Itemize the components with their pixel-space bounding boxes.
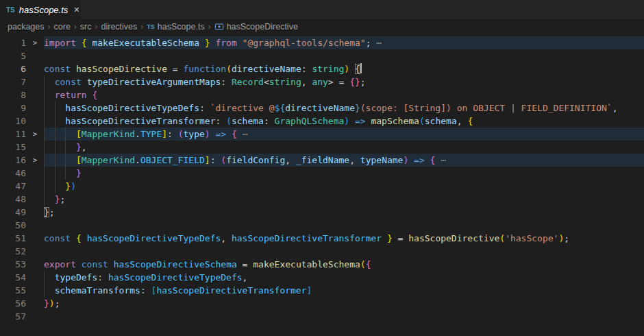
code-line[interactable]: 54 typeDefs: hasScopeDirectiveTypeDefs, xyxy=(0,271,644,284)
breadcrumb-item-hasscope-ts[interactable]: TShasScope.ts xyxy=(147,22,204,32)
breadcrumb-separator: › xyxy=(95,22,98,32)
code-token: => xyxy=(210,129,232,139)
line-number: 52 xyxy=(0,245,26,258)
code-token: hasScopeDirectiveTypeDefs xyxy=(108,272,243,283)
code-token: Record xyxy=(232,77,264,87)
code-editor[interactable]: 1>import { makeExecutableSchema } from "… xyxy=(0,34,644,336)
breadcrumb-label: directives xyxy=(101,22,138,32)
code-line[interactable]: 50 xyxy=(0,219,644,232)
code-line[interactable]: 49}; xyxy=(0,206,644,219)
code-token: : xyxy=(97,272,108,283)
code-token xyxy=(44,285,55,296)
code-token: = xyxy=(167,64,183,74)
code-text[interactable]: }; xyxy=(44,206,644,219)
code-token: const xyxy=(44,64,76,74)
code-text[interactable] xyxy=(44,219,644,232)
code-line[interactable]: 11> [MapperKind.TYPE]: (type) => { ⋯ xyxy=(0,128,644,141)
close-tab-icon[interactable]: ✕ xyxy=(72,5,81,15)
code-text[interactable] xyxy=(44,245,644,258)
code-token: schema xyxy=(425,116,457,126)
breadcrumb-item-directives[interactable]: directives xyxy=(101,22,138,32)
code-text[interactable] xyxy=(44,49,644,62)
code-token: ] xyxy=(205,155,210,165)
fold-gutter xyxy=(26,88,44,101)
code-token: ⋯ xyxy=(435,155,446,165)
code-text[interactable]: } xyxy=(44,167,644,180)
code-text[interactable]: const typeDirectiveArgumentMaps: Record<… xyxy=(44,75,644,88)
code-text[interactable]: [MapperKind.TYPE]: (type) => { ⋯ xyxy=(44,128,644,141)
line-number: 11 xyxy=(0,128,26,141)
fold-gutter xyxy=(26,101,44,115)
code-token: ⋯ xyxy=(237,129,248,139)
code-token: [ xyxy=(76,155,82,165)
text-cursor xyxy=(360,63,362,73)
code-token xyxy=(82,233,87,243)
code-line[interactable]: 48 }; xyxy=(0,193,644,206)
breadcrumb-item-core[interactable]: core xyxy=(54,22,71,32)
breadcrumb-item-src[interactable]: src xyxy=(80,22,92,32)
code-text[interactable]: const { hasScopeDirectiveTypeDefs, hasSc… xyxy=(44,232,644,245)
breadcrumb-label: core xyxy=(54,22,71,32)
tab-hasscope[interactable]: TS hasScope.ts ✕ xyxy=(0,0,81,19)
code-line[interactable]: 8 return { xyxy=(0,88,644,101)
code-line[interactable]: 55 schemaTransforms: [hasScopeDirectiveT… xyxy=(0,284,644,297)
fold-gutter xyxy=(26,284,44,297)
code-text[interactable] xyxy=(44,310,644,323)
code-token: { xyxy=(355,64,360,74)
line-number: 7 xyxy=(0,75,26,88)
code-line[interactable]: 57 xyxy=(0,310,644,323)
code-line[interactable]: 16> [MapperKind.OBJECT_FIELD]: (fieldCon… xyxy=(0,154,644,167)
code-token: ${ xyxy=(275,103,286,113)
code-text[interactable]: const hasScopeDirective = function(direc… xyxy=(44,62,644,75)
line-number: 50 xyxy=(0,219,26,232)
code-token: { xyxy=(232,129,237,139)
typescript-file-icon: TS xyxy=(6,6,15,14)
code-text[interactable]: hasScopeDirectiveTypeDefs: `directive @$… xyxy=(44,101,644,115)
code-line[interactable]: 47 }) xyxy=(0,180,644,193)
code-line[interactable]: 10 hasScopeDirectiveTransformer: (schema… xyxy=(0,115,644,128)
code-text[interactable]: }; xyxy=(44,193,644,206)
code-token: ; xyxy=(55,298,60,309)
code-token: , xyxy=(457,116,468,126)
tab-bar-empty-space xyxy=(81,0,644,19)
code-text[interactable]: [MapperKind.OBJECT_FIELD]: (fieldConfig,… xyxy=(44,154,644,167)
code-line[interactable]: 56}); xyxy=(0,297,644,310)
code-token: string xyxy=(312,64,344,74)
code-line[interactable]: 5 xyxy=(0,49,644,62)
fold-chevron-icon[interactable]: > xyxy=(26,154,44,167)
code-line[interactable]: 52 xyxy=(0,245,644,258)
code-token: OBJECT_FIELD xyxy=(140,155,205,165)
code-text[interactable]: }, xyxy=(44,141,644,154)
code-text[interactable]: export const hasScopeDirectiveSchema = m… xyxy=(44,258,644,271)
code-line[interactable]: 46 } xyxy=(0,167,644,180)
fold-chevron-icon[interactable]: > xyxy=(26,36,44,49)
code-line[interactable]: 15 }, xyxy=(0,141,644,154)
code-text[interactable]: return { xyxy=(44,88,644,101)
code-token: < xyxy=(264,77,269,87)
code-line[interactable]: 9 hasScopeDirectiveTypeDefs: `directive … xyxy=(0,101,644,115)
code-text[interactable]: }) xyxy=(44,180,644,193)
code-line[interactable]: 51const { hasScopeDirectiveTypeDefs, has… xyxy=(0,232,644,245)
code-line[interactable]: 6const hasScopeDirective = function(dire… xyxy=(0,62,644,75)
code-text[interactable]: schemaTransforms: [hasScopeDirectiveTran… xyxy=(44,284,644,297)
code-token: const xyxy=(82,259,114,269)
code-token: ) xyxy=(344,64,349,74)
fold-gutter xyxy=(26,62,44,75)
code-text[interactable]: hasScopeDirectiveTransformer: (schema: G… xyxy=(44,115,644,128)
code-line[interactable]: 7 const typeDirectiveArgumentMaps: Recor… xyxy=(0,75,644,88)
code-line[interactable]: 53export const hasScopeDirectiveSchema =… xyxy=(0,258,644,271)
code-text[interactable]: import { makeExecutableSchema } from "@g… xyxy=(44,36,644,49)
breadcrumb-item-hasscopedirective[interactable]: hasScopeDirective xyxy=(214,22,298,32)
breadcrumb-item-packages[interactable]: packages xyxy=(8,22,45,32)
code-token: , xyxy=(285,155,296,165)
fold-chevron-icon[interactable]: > xyxy=(26,128,44,141)
fold-gutter xyxy=(26,219,44,232)
code-token xyxy=(44,90,55,100)
code-token: directiveName xyxy=(285,103,355,113)
code-token xyxy=(44,155,76,165)
code-token: => xyxy=(349,116,371,126)
code-token: } xyxy=(44,207,49,217)
code-text[interactable]: }); xyxy=(44,297,644,310)
code-text[interactable]: typeDefs: hasScopeDirectiveTypeDefs, xyxy=(44,271,644,284)
code-line[interactable]: 1>import { makeExecutableSchema } from "… xyxy=(0,36,644,49)
